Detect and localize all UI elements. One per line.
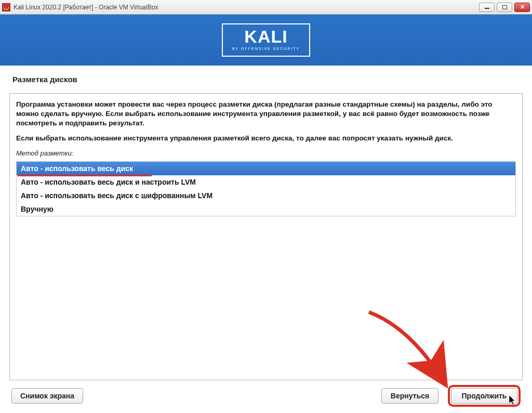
logo-subtitle: BY OFFENSIVE SECURITY (232, 47, 300, 50)
description-text: Программа установки может провести вас ч… (16, 100, 516, 143)
screenshot-button[interactable]: Снимок экрана (11, 388, 83, 404)
footer-buttons: Снимок экрана Вернуться Продолжить (0, 385, 532, 407)
kali-logo: KALI BY OFFENSIVE SECURITY (222, 23, 310, 57)
back-button[interactable]: Вернуться (381, 388, 438, 404)
partition-method-list[interactable]: Авто - использовать весь диск Авто - исп… (16, 161, 516, 216)
page-title: Разметка дисков (0, 66, 532, 89)
method-label: Метод разметки: (16, 149, 516, 157)
description-p1: Программа установки может провести вас ч… (16, 100, 516, 128)
window-controls: ✕ (479, 3, 530, 12)
continue-button[interactable]: Продолжить (451, 388, 517, 404)
window-titlebar: Kali Linux 2020.2 [Работает] - Oracle VM… (0, 0, 532, 15)
option-manual[interactable]: Вручную (17, 202, 515, 216)
continue-highlight: Продолжить (448, 385, 521, 407)
option-use-entire-disk[interactable]: Авто - использовать весь диск (17, 162, 515, 175)
window-title: Kali Linux 2020.2 [Работает] - Oracle VM… (14, 4, 479, 11)
close-button[interactable]: ✕ (514, 3, 530, 12)
description-p2: Если выбрать использование инструмента у… (16, 134, 516, 143)
minimize-button[interactable] (479, 3, 495, 12)
virtualbox-icon (2, 3, 10, 11)
option-use-entire-disk-lvm[interactable]: Авто - использовать весь диск и настроит… (17, 175, 515, 189)
option-use-entire-disk-encrypted-lvm[interactable]: Авто - использовать весь диск с шифрован… (17, 189, 515, 202)
maximize-button[interactable] (497, 3, 512, 12)
logo-text: KALI (232, 28, 300, 45)
banner: KALI BY OFFENSIVE SECURITY (0, 15, 532, 66)
content-panel: Программа установки может провести вас ч… (9, 93, 523, 380)
